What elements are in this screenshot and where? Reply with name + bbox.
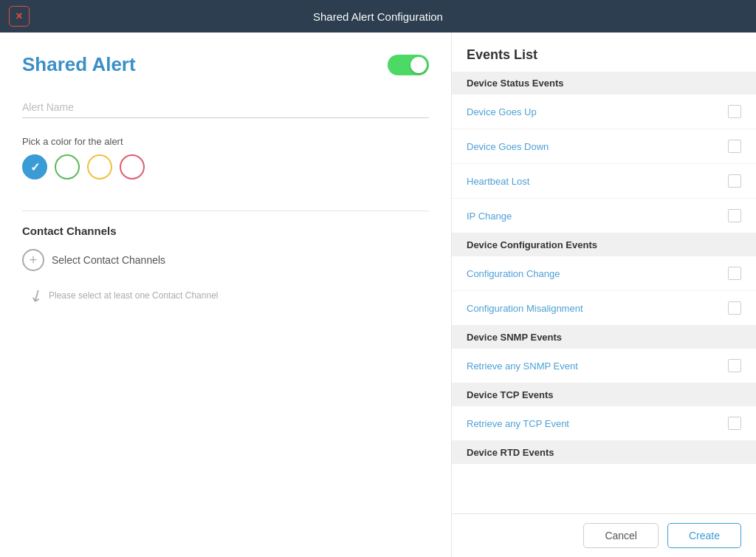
events-list: Device Status EventsDevice Goes UpDevice…: [452, 72, 756, 557]
add-channel-label: Select Contact Channels: [52, 254, 165, 266]
alert-name-input[interactable]: [22, 97, 429, 118]
divider: [22, 211, 429, 211]
left-panel: Shared Alert Pick a color for the alert …: [0, 33, 452, 557]
color-swatch-green[interactable]: [55, 154, 80, 180]
event-item-label: Device Goes Up: [467, 106, 537, 117]
hint-arrow-icon: ↙: [26, 284, 47, 307]
event-checkbox[interactable]: [728, 174, 741, 188]
toggle-thumb: [410, 57, 427, 73]
bottom-bar: Cancel Create: [452, 513, 756, 557]
event-checkbox[interactable]: [728, 140, 741, 153]
event-checkbox[interactable]: [728, 359, 741, 372]
toggle-track: [388, 55, 429, 75]
hint-text: Please select at least one Contact Chann…: [49, 289, 218, 302]
event-checkbox[interactable]: [728, 105, 741, 118]
event-category: Device Status Events: [452, 72, 756, 95]
event-item-label: Device Goes Down: [467, 141, 549, 152]
contact-channels-title: Contact Channels: [22, 225, 429, 237]
event-item-label: Heartbeat Lost: [467, 176, 529, 187]
event-item-label: IP Change: [467, 211, 512, 222]
event-item: Configuration Change: [452, 256, 756, 291]
event-item-label: Configuration Misalignment: [467, 303, 583, 314]
cancel-button[interactable]: Cancel: [583, 523, 659, 548]
shared-alert-header: Shared Alert: [22, 53, 429, 76]
main-container: Shared Alert Pick a color for the alert …: [0, 33, 756, 557]
color-options: [22, 154, 429, 180]
add-icon: +: [22, 249, 44, 271]
event-checkbox[interactable]: [728, 267, 741, 280]
alert-name-group: [22, 97, 429, 118]
events-list-title: Events List: [452, 33, 756, 72]
create-button[interactable]: Create: [667, 523, 741, 548]
event-item: Configuration Misalignment: [452, 291, 756, 326]
event-checkbox[interactable]: [728, 209, 741, 222]
event-item-label: Retrieve any SNMP Event: [467, 360, 578, 372]
add-channel-button[interactable]: + Select Contact Channels: [22, 249, 429, 271]
event-category: Device Configuration Events: [452, 233, 756, 256]
event-item: Device Goes Up: [452, 95, 756, 129]
event-category: Device TCP Events: [452, 383, 756, 406]
event-checkbox[interactable]: [728, 417, 741, 430]
color-picker-label: Pick a color for the alert: [22, 136, 429, 147]
title-bar: × Shared Alert Configuration: [0, 0, 756, 33]
event-category: Device RTD Events: [452, 441, 756, 464]
event-item: Retrieve any SNMP Event: [452, 349, 756, 383]
event-checkbox[interactable]: [728, 301, 741, 315]
dialog-title: Shared Alert Configuration: [313, 10, 443, 23]
color-swatch-red[interactable]: [120, 154, 145, 180]
color-picker-group: Pick a color for the alert: [22, 136, 429, 180]
channel-hint: ↙ Please select at least one Contact Cha…: [22, 283, 429, 305]
color-swatch-blue[interactable]: [22, 154, 47, 180]
event-item: Heartbeat Lost: [452, 164, 756, 199]
event-item: Retrieve any TCP Event: [452, 406, 756, 441]
shared-alert-title: Shared Alert: [22, 53, 136, 76]
event-item: Device Goes Down: [452, 129, 756, 164]
event-item-label: Retrieve any TCP Event: [467, 418, 569, 429]
event-item-label: Configuration Change: [467, 268, 560, 279]
close-button[interactable]: ×: [9, 6, 30, 27]
event-item: IP Change: [452, 199, 756, 233]
color-swatch-yellow[interactable]: [87, 154, 112, 180]
enabled-toggle[interactable]: [388, 55, 429, 75]
right-panel: Events List Device Status EventsDevice G…: [452, 33, 756, 557]
event-category: Device SNMP Events: [452, 326, 756, 349]
